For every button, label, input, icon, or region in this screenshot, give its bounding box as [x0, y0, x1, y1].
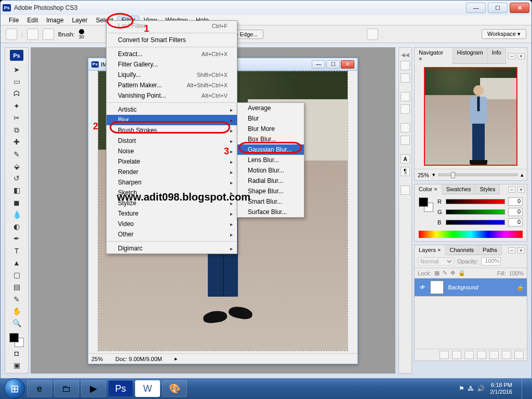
menu-filter-gallery[interactable]: Filter Gallery...	[107, 59, 237, 70]
panel-close-icon[interactable]: ×	[517, 53, 525, 59]
brush-preview-icon[interactable]	[79, 29, 84, 34]
menu-artistic[interactable]: Artistic	[107, 104, 237, 115]
menu-noise[interactable]: Noise	[107, 146, 237, 156]
group-icon[interactable]	[489, 351, 499, 359]
lock-transparent-icon[interactable]: ▦	[434, 270, 440, 276]
window-minimize-button[interactable]: —	[466, 3, 486, 13]
submenu-lens-blur[interactable]: Lens Blur...	[237, 155, 304, 165]
tab-color[interactable]: Color ×	[415, 184, 442, 194]
g-slider[interactable]	[446, 209, 505, 215]
window-close-button[interactable]: ✕	[510, 3, 529, 13]
tray-network-icon[interactable]: 🖧	[468, 385, 474, 392]
panel-minimize-icon[interactable]: –	[508, 53, 515, 59]
spectrum-bar[interactable]	[419, 231, 523, 238]
opacity-value[interactable]: 100%	[481, 257, 501, 265]
taskbar-explorer-icon[interactable]: 🗀	[54, 380, 79, 397]
brush-tool[interactable]: ✎	[10, 149, 23, 159]
color-swatches[interactable]	[9, 333, 24, 347]
notes-tool[interactable]: ▤	[10, 282, 23, 292]
taskbar-paint-icon[interactable]: 🎨	[162, 380, 187, 397]
submenu-surface-blur[interactable]: Surface Blur...	[237, 207, 304, 217]
r-value[interactable]: 0	[508, 197, 523, 206]
menu-vanishing-point[interactable]: Vanishing Point...Alt+Ctrl+V	[107, 90, 237, 101]
gradient-tool[interactable]: ◼	[10, 197, 23, 208]
selection-mode-icon[interactable]	[27, 29, 38, 40]
blend-mode-select[interactable]: Normal	[418, 257, 454, 265]
fill-value[interactable]: 100%	[509, 270, 524, 276]
slice-tool[interactable]: ⧉	[10, 124, 23, 135]
dock-icon-9[interactable]	[401, 185, 410, 195]
healing-tool[interactable]: ✚	[10, 137, 23, 148]
dock-icon-4[interactable]	[401, 104, 410, 114]
tab-histogram[interactable]: Histogram	[453, 48, 488, 63]
menu-file[interactable]: File	[5, 16, 23, 25]
marquee-tool[interactable]: ▭	[10, 76, 23, 87]
submenu-smart-blur[interactable]: Smart Blur...	[237, 196, 304, 207]
navigator-thumbnail[interactable]	[424, 67, 517, 166]
dock-icon-5[interactable]	[401, 123, 410, 132]
taskbar-word-icon[interactable]: W	[135, 380, 160, 397]
go-to-bridge-icon[interactable]	[367, 29, 378, 40]
start-button[interactable]	[4, 378, 25, 399]
lasso-tool[interactable]: ᗣ	[10, 88, 23, 99]
workspace-button[interactable]: Workspace ▾	[482, 29, 526, 39]
menu-edit[interactable]: Edit	[23, 16, 42, 25]
menu-sketch[interactable]: Sketch	[107, 188, 237, 198]
tab-styles[interactable]: Styles	[475, 184, 500, 194]
paragraph-icon[interactable]: ¶	[401, 167, 410, 176]
show-desktop-button[interactable]	[522, 378, 528, 399]
submenu-gaussian-blur[interactable]: Gaussian Blur...	[237, 144, 304, 155]
menu-brush-strokes[interactable]: Brush Strokes	[107, 125, 237, 136]
new-layer-icon[interactable]	[502, 351, 511, 359]
b-slider[interactable]	[446, 220, 505, 225]
menu-stylize[interactable]: Stylize	[107, 198, 237, 208]
doc-maximize-button[interactable]: ☐	[326, 60, 340, 69]
tab-channels[interactable]: Channels	[446, 245, 478, 255]
menu-sharpen[interactable]: Sharpen	[107, 177, 237, 188]
doc-status-arrow-icon[interactable]: ▸	[175, 355, 178, 362]
quick-select-tool[interactable]: ✦	[10, 100, 23, 111]
character-icon[interactable]: A	[401, 154, 410, 164]
submenu-radial-blur[interactable]: Radial Blur...	[237, 176, 304, 186]
type-tool[interactable]: T	[10, 245, 23, 256]
move-tool[interactable]: ➤	[10, 64, 23, 75]
menu-texture[interactable]: Texture	[107, 208, 237, 219]
doc-close-button[interactable]: ✕	[341, 60, 354, 69]
g-value[interactable]: 0	[508, 208, 523, 216]
menu-digimarc[interactable]: Digimarc	[107, 243, 237, 254]
tab-paths[interactable]: Paths	[478, 245, 502, 255]
screenmode-toggle[interactable]: ▣	[10, 360, 23, 371]
tool-preset-icon[interactable]	[6, 29, 17, 40]
menu-pattern-maker[interactable]: Pattern Maker...Alt+Shift+Ctrl+X	[107, 80, 237, 90]
tab-layers[interactable]: Layers ×	[415, 245, 446, 255]
lock-all-icon[interactable]: 🔒	[458, 270, 466, 276]
adjustment-layer-icon[interactable]	[477, 351, 486, 359]
lock-pixels-icon[interactable]: ✎	[443, 270, 447, 276]
panel-minimize-icon[interactable]: –	[508, 247, 515, 254]
menu-blur[interactable]: Blur	[107, 115, 237, 125]
menu-convert-smart-filters[interactable]: Convert for Smart Filters	[107, 35, 237, 45]
panel-close-icon[interactable]: ×	[517, 247, 525, 254]
fg-color-swatch[interactable]	[9, 333, 19, 342]
r-slider[interactable]	[446, 199, 505, 204]
dock-icon-2[interactable]	[401, 73, 410, 83]
eraser-tool[interactable]: ◧	[10, 185, 23, 196]
dock-icon-3[interactable]	[401, 92, 410, 101]
b-value[interactable]: 0	[508, 218, 523, 227]
navigator-zoom-slider[interactable]	[438, 174, 517, 176]
taskbar-clock[interactable]: 6:18 PM 2/1/2016	[490, 382, 512, 395]
blur-tool[interactable]: 💧	[10, 209, 23, 220]
history-brush-tool[interactable]: ↺	[10, 172, 23, 183]
doc-zoom[interactable]: 25%	[91, 356, 103, 362]
tray-volume-icon[interactable]: 🔊	[477, 385, 485, 392]
link-layers-icon[interactable]	[440, 351, 449, 359]
hand-tool[interactable]: ✋	[10, 305, 23, 316]
color-panel-swatches[interactable]	[419, 197, 433, 212]
path-select-tool[interactable]: ▲	[10, 257, 23, 268]
layers-empty-area[interactable]	[415, 297, 527, 349]
eyedropper-tool[interactable]: ✎	[10, 294, 23, 304]
submenu-box-blur[interactable]: Box Blur...	[237, 134, 304, 144]
lock-position-icon[interactable]: ✥	[450, 270, 455, 276]
quickmask-toggle[interactable]: ◘	[10, 348, 23, 359]
doc-minimize-button[interactable]: —	[312, 60, 325, 69]
